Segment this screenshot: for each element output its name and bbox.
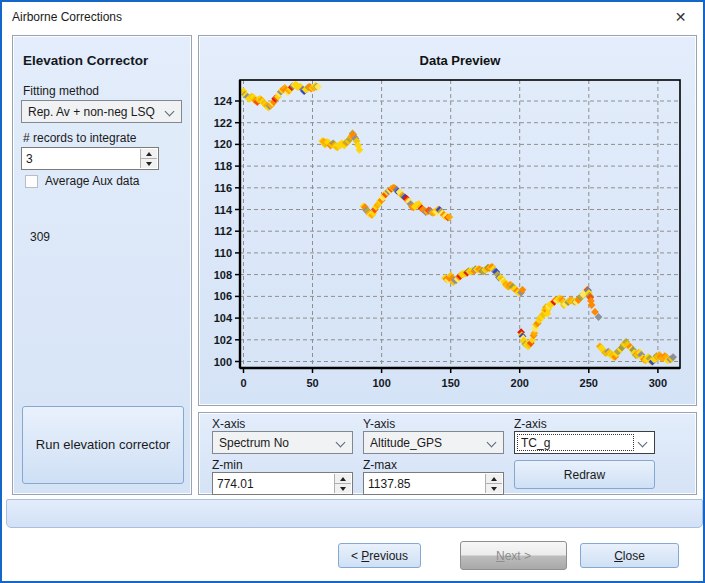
svg-text:122: 122 bbox=[214, 117, 232, 129]
svg-text:106: 106 bbox=[214, 290, 232, 302]
previous-label-pre: < bbox=[351, 549, 361, 563]
preview-plot: 1001021041061081101121141161181201221240… bbox=[199, 36, 698, 407]
spin-up-button[interactable] bbox=[335, 474, 351, 483]
svg-text:250: 250 bbox=[580, 377, 598, 389]
window-title: Airborne Corrections bbox=[12, 10, 122, 24]
titlebar: Airborne Corrections ✕ bbox=[2, 2, 703, 32]
fitting-method-value: Rep. Av + non-neg LSQ bbox=[28, 105, 157, 119]
records-spinner bbox=[21, 147, 159, 170]
svg-text:102: 102 bbox=[214, 334, 232, 346]
next-label-rest: ext > bbox=[505, 549, 531, 563]
average-aux-label: Average Aux data bbox=[45, 174, 140, 188]
svg-text:100: 100 bbox=[372, 377, 390, 389]
svg-text:104: 104 bbox=[214, 312, 233, 324]
close-button[interactable]: Close bbox=[580, 543, 679, 568]
spin-down-button[interactable] bbox=[486, 483, 502, 493]
x-axis-label: X-axis bbox=[212, 417, 245, 431]
svg-text:108: 108 bbox=[214, 269, 232, 281]
elevation-corrector-panel: Elevation Corrector Fitting method Rep. … bbox=[12, 35, 192, 495]
arrow-down-icon bbox=[146, 162, 152, 166]
svg-text:300: 300 bbox=[649, 377, 667, 389]
svg-text:120: 120 bbox=[214, 138, 232, 150]
titlebar-close-button[interactable]: ✕ bbox=[658, 2, 703, 31]
svg-text:200: 200 bbox=[511, 377, 529, 389]
fitting-method-select[interactable]: Rep. Av + non-neg LSQ bbox=[21, 100, 182, 123]
x-axis-select[interactable]: Spectrum No bbox=[212, 431, 353, 454]
arrow-up-icon bbox=[340, 477, 346, 481]
next-button[interactable]: Next > bbox=[460, 541, 567, 570]
next-label-key: N bbox=[496, 549, 505, 563]
chevron-down-icon bbox=[638, 438, 648, 448]
panel-heading: Elevation Corrector bbox=[23, 53, 148, 68]
svg-text:0: 0 bbox=[240, 377, 246, 389]
records-input[interactable] bbox=[26, 149, 136, 168]
spinner-buttons bbox=[140, 149, 157, 168]
z-axis-select[interactable]: TC_g bbox=[514, 431, 655, 454]
axis-controls-panel: X-axis Spectrum No Y-axis Altitude_GPS Z… bbox=[198, 412, 697, 495]
svg-text:116: 116 bbox=[214, 182, 232, 194]
fitting-method-label: Fitting method bbox=[23, 84, 99, 98]
spin-up-button[interactable] bbox=[141, 149, 157, 158]
y-axis-value: Altitude_GPS bbox=[370, 436, 479, 450]
run-elevation-corrector-button[interactable]: Run elevation corrector bbox=[22, 406, 184, 484]
arrow-down-icon bbox=[340, 487, 346, 491]
average-aux-row: Average Aux data bbox=[25, 174, 140, 188]
y-axis-label: Y-axis bbox=[363, 417, 395, 431]
records-label: # records to integrate bbox=[23, 131, 136, 145]
close-label-key: C bbox=[614, 549, 623, 563]
arrow-up-icon bbox=[146, 152, 152, 156]
footer-strip bbox=[6, 499, 703, 528]
spin-down-button[interactable] bbox=[141, 158, 157, 168]
record-count-text: 309 bbox=[30, 230, 50, 244]
average-aux-checkbox[interactable] bbox=[25, 175, 38, 188]
spin-down-button[interactable] bbox=[335, 483, 351, 493]
z-min-label: Z-min bbox=[212, 458, 243, 472]
arrow-up-icon bbox=[491, 477, 497, 481]
chevron-down-icon bbox=[165, 107, 175, 117]
z-min-spinner bbox=[212, 472, 353, 495]
svg-text:110: 110 bbox=[214, 247, 232, 259]
close-label-rest: lose bbox=[623, 549, 645, 563]
previous-label-rest: revious bbox=[369, 549, 408, 563]
z-axis-value: TC_g bbox=[521, 436, 630, 450]
redraw-button[interactable]: Redraw bbox=[514, 460, 655, 489]
svg-text:118: 118 bbox=[214, 160, 232, 172]
y-axis-select[interactable]: Altitude_GPS bbox=[363, 431, 504, 454]
arrow-down-icon bbox=[491, 487, 497, 491]
svg-text:112: 112 bbox=[214, 225, 232, 237]
airborne-corrections-dialog: Airborne Corrections ✕ Elevation Correct… bbox=[0, 0, 705, 583]
z-axis-label: Z-axis bbox=[514, 417, 547, 431]
svg-text:50: 50 bbox=[306, 377, 318, 389]
spinner-buttons bbox=[485, 474, 502, 493]
z-max-label: Z-max bbox=[363, 458, 397, 472]
svg-text:114: 114 bbox=[214, 204, 233, 216]
svg-text:124: 124 bbox=[214, 95, 233, 107]
previous-button[interactable]: < Previous bbox=[338, 543, 421, 568]
chart-title: Data Preview bbox=[240, 53, 680, 68]
spin-up-button[interactable] bbox=[486, 474, 502, 483]
z-max-spinner bbox=[363, 472, 504, 495]
data-preview-panel: 1001021041061081101121141161181201221240… bbox=[198, 35, 697, 406]
z-min-input[interactable] bbox=[217, 474, 330, 493]
svg-text:150: 150 bbox=[442, 377, 460, 389]
chevron-down-icon bbox=[487, 438, 497, 448]
spinner-buttons bbox=[334, 474, 351, 493]
x-axis-value: Spectrum No bbox=[219, 436, 328, 450]
chevron-down-icon bbox=[336, 438, 346, 448]
svg-text:100: 100 bbox=[214, 356, 232, 368]
close-icon: ✕ bbox=[675, 10, 687, 24]
z-max-input[interactable] bbox=[368, 474, 481, 493]
